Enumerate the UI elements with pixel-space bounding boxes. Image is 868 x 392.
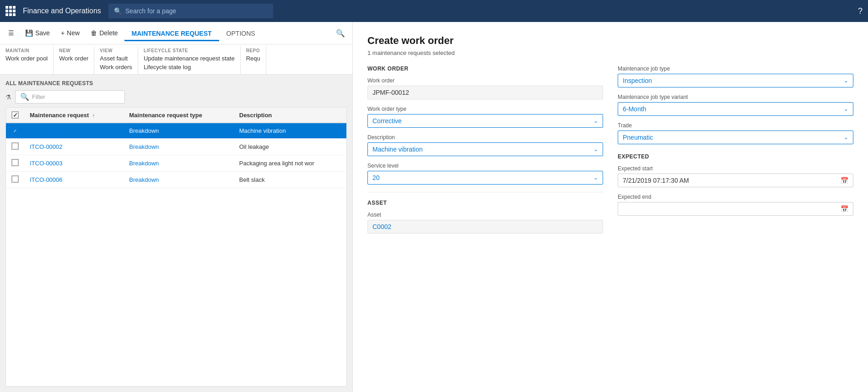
row-checkbox[interactable]: ✓ — [11, 127, 19, 135]
chevron-down-icon: ⌄ — [593, 118, 598, 124]
row-type[interactable]: Breakdown — [129, 143, 159, 150]
maint-job-type-variant-value: 6-Month — [623, 105, 646, 113]
expected-start-input[interactable]: 7/21/2019 07:17:30 AM 📅 — [618, 174, 853, 187]
service-level-dropdown[interactable]: 20 ⌄ — [367, 171, 603, 185]
row-id[interactable]: ITCO-00002 — [30, 143, 63, 150]
row-checkbox[interactable] — [11, 142, 19, 150]
row-id[interactable]: ITCO-00001 — [30, 127, 63, 134]
maint-job-type-variant-label: Maintenance job type variant — [618, 94, 853, 100]
new-button[interactable]: + New — [56, 27, 84, 38]
delete-label: Delete — [99, 29, 118, 37]
delete-button[interactable]: 🗑 Delete — [86, 27, 122, 38]
expected-end-input[interactable]: 📅 — [618, 202, 853, 216]
row-type: Breakdown — [129, 127, 159, 134]
asset-label: Asset — [367, 212, 603, 218]
description-dropdown[interactable]: Machine vibration ⌄ — [367, 142, 603, 156]
select-all-checkbox[interactable]: ✓ — [11, 111, 19, 119]
row-id[interactable]: ITCO-00006 — [30, 176, 63, 183]
help-icon[interactable]: ? — [858, 6, 863, 16]
grid-icon[interactable] — [5, 6, 16, 16]
panel-subtitle: 1 maintenance requests selected — [367, 49, 853, 56]
description-value: Machine vibration — [372, 146, 423, 153]
expected-section-title: EXPECTED — [618, 153, 853, 160]
row-description: Packaging area light not wor — [234, 155, 346, 171]
ribbon-work-orders[interactable]: Work orders — [100, 64, 132, 71]
ribbon-section-title-new: NEW — [59, 48, 88, 53]
filter-icon-button[interactable]: ⚗ — [5, 93, 11, 101]
row-description: Oil leakage — [234, 138, 346, 155]
row-description: Machine vibration — [234, 123, 346, 138]
table-row[interactable]: ITCO-00002 Breakdown Oil leakage — [6, 138, 346, 155]
trade-value: Pneumatic — [623, 134, 653, 141]
ribbon-work-order-pool[interactable]: Work order pool — [5, 55, 48, 62]
tab-options[interactable]: OPTIONS — [219, 27, 263, 41]
ribbon-section-title-repo: REPO — [246, 48, 260, 53]
chevron-down-icon-mjtv: ⌄ — [844, 106, 848, 112]
work-order-type-dropdown[interactable]: Corrective ⌄ — [367, 114, 603, 128]
asset-section-title: ASSET — [367, 200, 603, 206]
table-row[interactable]: ✓ ITCO-00001 Breakdown Machine vibration — [6, 123, 346, 138]
ribbon-section-title-maintain: MAINTAIN — [5, 48, 48, 53]
search-icon-nav: 🔍 — [114, 7, 122, 15]
ribbon-section-title-view: VIEW — [100, 48, 132, 53]
delete-icon: 🗑 — [91, 29, 97, 37]
new-label: New — [67, 29, 80, 37]
row-checkbox[interactable] — [11, 159, 19, 166]
hamburger-icon: ☰ — [8, 29, 14, 37]
calendar-icon-end[interactable]: 📅 — [841, 205, 848, 212]
expected-end-label: Expected end — [618, 194, 853, 200]
hamburger-button[interactable]: ☰ — [4, 27, 19, 38]
filter-input[interactable] — [32, 93, 120, 100]
work-order-type-value: Corrective — [372, 117, 402, 125]
col-check: ✓ — [6, 108, 24, 123]
maint-job-type-label: Maintenance job type — [618, 65, 853, 72]
chevron-down-icon-trade: ⌄ — [844, 134, 848, 141]
section-title: ALL MAINTENANCE REQUESTS — [5, 80, 347, 87]
tab-maintenance-request[interactable]: MAINTENANCE REQUEST — [124, 27, 219, 41]
filter-search-icon: 🔍 — [20, 93, 29, 101]
new-icon: + — [61, 29, 65, 37]
calendar-icon-start[interactable]: 📅 — [841, 177, 848, 184]
row-checkbox[interactable] — [11, 175, 19, 183]
expected-start-value: 7/21/2019 07:17:30 AM — [623, 177, 689, 184]
work-order-section-title: WORK ORDER — [367, 65, 603, 72]
toolbar-search-button[interactable]: 🔍 — [332, 27, 349, 39]
col-type[interactable]: Maintenance request type — [124, 108, 233, 123]
work-order-label: Work order — [367, 77, 603, 84]
work-order-type-label: Work order type — [367, 106, 603, 112]
col-maintenance-request[interactable]: Maintenance request ↑ — [24, 108, 124, 123]
service-level-label: Service level — [367, 163, 603, 169]
col-description[interactable]: Description — [234, 108, 346, 123]
service-level-value: 20 — [372, 174, 380, 181]
asset-value: C0002 — [367, 220, 603, 234]
app-title: Finance and Operations — [23, 7, 101, 15]
description-label: Description — [367, 134, 603, 141]
trade-dropdown[interactable]: Pneumatic ⌄ — [618, 131, 853, 144]
chevron-down-icon-desc: ⌄ — [593, 146, 598, 152]
expected-start-label: Expected start — [618, 165, 853, 172]
save-button[interactable]: 💾 Save — [21, 27, 54, 38]
chevron-down-icon-mjt: ⌄ — [844, 77, 848, 84]
work-order-value: JPMF-00012 — [367, 86, 603, 99]
ribbon-section-title-lifecycle: LIFECYCLE STATE — [144, 48, 235, 53]
maint-job-type-variant-dropdown[interactable]: 6-Month ⌄ — [618, 102, 853, 116]
ribbon-lifecycle-log[interactable]: Lifecycle state log — [144, 64, 235, 71]
trade-label: Trade — [618, 122, 853, 129]
save-label: Save — [35, 29, 50, 37]
ribbon-update-lifecycle[interactable]: Update maintenance request state — [144, 55, 235, 62]
row-type[interactable]: Breakdown — [129, 176, 159, 183]
maint-job-type-dropdown[interactable]: Inspection ⌄ — [618, 74, 853, 87]
search-input[interactable] — [125, 7, 268, 15]
ribbon-asset-fault[interactable]: Asset fault — [100, 55, 132, 62]
row-id[interactable]: ITCO-00003 — [30, 160, 63, 167]
table-row[interactable]: ITCO-00006 Breakdown Belt slack — [6, 171, 346, 188]
save-icon: 💾 — [25, 29, 33, 37]
row-description: Belt slack — [234, 171, 346, 188]
chevron-down-icon-svc: ⌄ — [593, 174, 598, 181]
table-row[interactable]: ITCO-00003 Breakdown Packaging area ligh… — [6, 155, 346, 171]
ribbon-work-order[interactable]: Work order — [59, 55, 88, 62]
row-type[interactable]: Breakdown — [129, 160, 159, 167]
maint-job-type-value: Inspection — [623, 77, 652, 84]
ribbon-requ[interactable]: Requ — [246, 55, 260, 62]
panel-title: Create work order — [367, 35, 853, 47]
